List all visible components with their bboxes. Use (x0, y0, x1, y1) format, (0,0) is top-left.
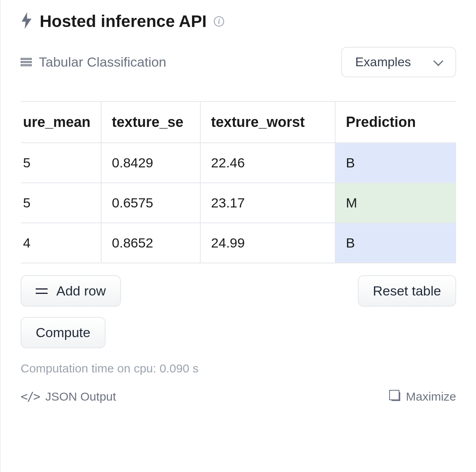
code-icon: </> (21, 389, 40, 403)
table-cell[interactable]: 5 (21, 143, 101, 183)
column-header: ure_mean (21, 102, 101, 143)
computation-time: Computation time on cpu: 0.090 s (21, 362, 456, 375)
reset-table-label: Reset table (373, 283, 441, 299)
prediction-cell: B (336, 223, 456, 263)
column-header: texture_worst (201, 102, 335, 143)
add-row-button[interactable]: Add row (21, 275, 121, 307)
examples-dropdown[interactable]: Examples (341, 47, 457, 77)
table-cell[interactable]: 22.46 (201, 143, 335, 183)
table-column-prediction: Prediction B M B (336, 102, 456, 263)
widget-title: Hosted inference API (40, 12, 207, 31)
subheader-row: Tabular Classification Examples (21, 47, 456, 77)
table-column: texture_se 0.8429 0.6575 0.8652 (102, 102, 201, 263)
table-column: texture_worst 22.46 23.17 24.99 (201, 102, 336, 263)
inference-widget: Hosted inference API i Tabular Classific… (0, 0, 476, 472)
add-row-icon (36, 288, 48, 294)
examples-label: Examples (355, 55, 411, 69)
column-header: Prediction (336, 102, 456, 143)
widget-header: Hosted inference API i (21, 12, 456, 31)
widget-footer: </> JSON Output Maximize (21, 389, 456, 403)
task-type: Tabular Classification (21, 54, 166, 70)
table-controls: Add row Reset table (21, 275, 456, 307)
compute-label: Compute (36, 325, 90, 340)
chevron-down-icon (433, 56, 443, 66)
column-header: texture_se (102, 102, 200, 143)
json-output-label: JSON Output (45, 390, 116, 403)
prediction-cell: M (336, 183, 456, 223)
table-cell[interactable]: 24.99 (201, 223, 335, 263)
table-cell[interactable]: 0.8429 (102, 143, 200, 183)
prediction-cell: B (336, 143, 456, 183)
compute-button[interactable]: Compute (21, 317, 106, 348)
add-row-label: Add row (56, 283, 106, 299)
table-cell[interactable]: 0.8652 (102, 223, 200, 263)
table-icon (21, 58, 32, 66)
bolt-icon (21, 12, 33, 31)
info-icon[interactable]: i (214, 16, 224, 27)
maximize-link[interactable]: Maximize (392, 390, 456, 403)
json-output-link[interactable]: </> JSON Output (21, 389, 116, 403)
task-type-label: Tabular Classification (39, 54, 166, 70)
maximize-label: Maximize (406, 390, 456, 403)
table-cell[interactable]: 0.6575 (102, 183, 200, 223)
table-cell[interactable]: 4 (21, 223, 101, 263)
data-table: ure_mean 5 5 4 texture_se 0.8429 0.6575 … (21, 101, 456, 263)
table-cell[interactable]: 5 (21, 183, 101, 223)
reset-table-button[interactable]: Reset table (358, 275, 456, 307)
table-column: ure_mean 5 5 4 (21, 102, 102, 263)
table-cell[interactable]: 23.17 (201, 183, 335, 223)
maximize-icon (392, 392, 400, 401)
